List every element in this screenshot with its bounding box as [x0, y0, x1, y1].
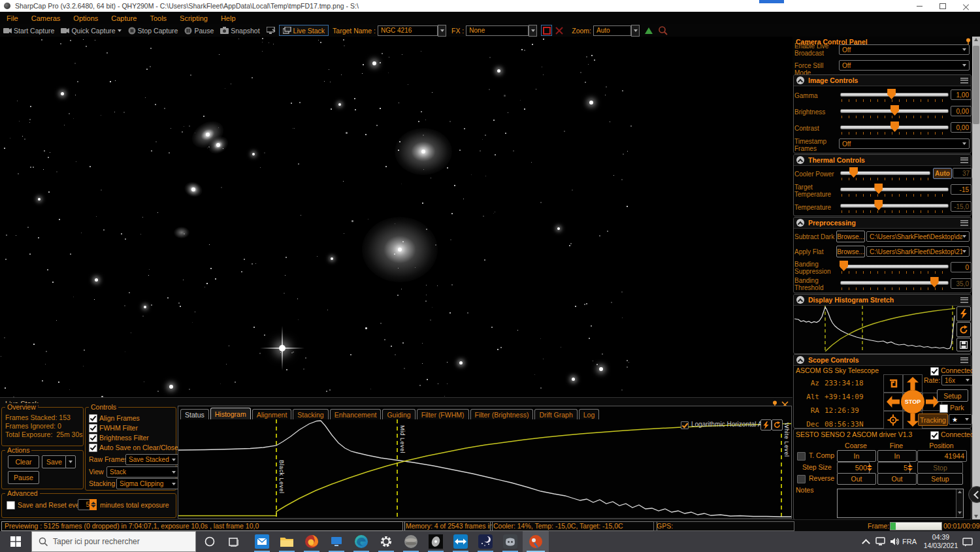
spin-up-icon[interactable]: [91, 502, 96, 504]
scope-connected-checkbox[interactable]: [930, 367, 939, 376]
scroll-down-icon[interactable]: [958, 511, 962, 514]
fwhm-filter-checkbox[interactable]: [89, 424, 97, 432]
display-settings-icon[interactable]: [328, 534, 345, 549]
settings-icon[interactable]: [378, 534, 395, 549]
tab-log[interactable]: Log: [579, 409, 600, 419]
menu-cameras[interactable]: Cameras: [25, 14, 67, 22]
image-controls-header[interactable]: Image Controls: [794, 75, 971, 86]
mail-app-icon[interactable]: [253, 534, 270, 549]
save-reset-checkbox[interactable]: [7, 501, 15, 510]
pause-button[interactable]: Pause: [181, 27, 217, 35]
auto-save-checkbox[interactable]: [89, 444, 97, 452]
reverse-checkbox[interactable]: [797, 475, 806, 483]
teamviewer-icon[interactable]: [452, 534, 469, 549]
sharpcap-taskbar-icon[interactable]: [527, 534, 544, 549]
spin-down-icon[interactable]: [907, 468, 913, 471]
contrast-value[interactable]: 0,00: [951, 122, 972, 133]
target-temperature-value[interactable]: -15: [951, 184, 972, 195]
menu-help[interactable]: Help: [214, 14, 242, 22]
log-axis-checkbox[interactable]: [681, 421, 689, 429]
cooler-power-slider[interactable]: [840, 171, 930, 175]
subtract-dark-path-select[interactable]: C:\Users\SharkFleet\Desktop\dark...: [866, 231, 970, 242]
menu-scripting[interactable]: Scripting: [173, 14, 214, 22]
raw-frames-select[interactable]: Save Stacked: [125, 454, 179, 465]
spiral-slew-button[interactable]: [883, 374, 903, 393]
spin-down-icon[interactable]: [867, 468, 872, 471]
align-frames-checkbox[interactable]: [89, 414, 97, 423]
volume-icon[interactable]: [886, 534, 903, 549]
cortana-button[interactable]: [201, 534, 218, 549]
reset-stretch-button[interactable]: [956, 322, 971, 337]
stacking-select[interactable]: Sigma Clipping: [116, 478, 179, 489]
astro-app-icon[interactable]: [427, 534, 444, 549]
selection-area-button[interactable]: [541, 25, 552, 36]
contrast-slider[interactable]: [840, 125, 949, 129]
notes-textarea[interactable]: [837, 489, 964, 518]
stretch-histogram-plot[interactable]: [794, 306, 955, 351]
fine-step-spinner[interactable]: [907, 462, 913, 474]
thermal-controls-header[interactable]: Thermal Controls: [794, 155, 971, 166]
spin-up-icon[interactable]: [867, 464, 872, 467]
file-explorer-icon[interactable]: [278, 534, 295, 549]
tracking-rate-select[interactable]: ★: [949, 414, 972, 425]
preview-image[interactable]: [0, 37, 636, 397]
live-stack-button[interactable]: Live Stack: [279, 25, 329, 36]
collapse-icon[interactable]: [796, 356, 804, 364]
panel-scrollbar[interactable]: [972, 37, 980, 519]
tab-guiding[interactable]: Guiding: [382, 409, 415, 419]
start-capture-button[interactable]: Start Capture: [0, 27, 57, 35]
save-button[interactable]: Save: [42, 455, 67, 468]
focuser-connected-checkbox[interactable]: [930, 431, 939, 440]
menu-icon[interactable]: [960, 157, 968, 163]
target-sync-button[interactable]: [883, 411, 903, 429]
brightness-filter-checkbox[interactable]: [89, 434, 97, 442]
scroll-up-icon[interactable]: [974, 38, 978, 41]
histogram-stretch-header[interactable]: Display Histogram Stretch: [794, 295, 971, 306]
scroll-down-icon[interactable]: [974, 515, 978, 518]
tab-histogram[interactable]: Histogram: [210, 408, 251, 419]
stellarium-icon[interactable]: [477, 534, 494, 549]
collapse-icon[interactable]: [796, 219, 804, 227]
notes-scrollbar[interactable]: [956, 489, 963, 517]
coarse-out-button[interactable]: Out: [837, 473, 876, 485]
fine-in-button[interactable]: In: [877, 450, 917, 462]
scroll-thumb[interactable]: [973, 46, 979, 124]
park-checkbox[interactable]: [939, 404, 948, 413]
spin-down-icon[interactable]: [91, 505, 96, 508]
magnifier-icon[interactable]: [658, 25, 668, 35]
fine-out-button[interactable]: Out: [877, 473, 917, 485]
scope-controls-header[interactable]: Scope Controls: [794, 355, 971, 366]
fine-step-value[interactable]: 5: [877, 462, 910, 474]
notification-center-button[interactable]: [959, 534, 976, 549]
minimize-button[interactable]: [909, 0, 929, 12]
task-view-button[interactable]: [225, 534, 242, 549]
scroll-up-icon[interactable]: [958, 491, 962, 493]
zoom-dropdown-button[interactable]: [631, 25, 640, 37]
fx-dropdown-button[interactable]: [529, 25, 537, 37]
tcomp-checkbox[interactable]: [797, 452, 806, 461]
menu-icon[interactable]: [960, 297, 968, 303]
start-button[interactable]: [7, 534, 24, 549]
menu-options[interactable]: Options: [67, 14, 105, 22]
edge-icon[interactable]: [353, 534, 370, 549]
cooler-power-value[interactable]: 37: [953, 168, 972, 178]
gamma-value[interactable]: 1,00: [951, 89, 972, 100]
tab-drift-graph[interactable]: Drift Graph: [534, 409, 577, 419]
tab-status[interactable]: Status: [180, 409, 209, 419]
firefox-icon[interactable]: [303, 534, 320, 549]
menu-icon[interactable]: [960, 78, 968, 84]
coarse-in-button[interactable]: In: [837, 450, 876, 462]
pause-stack-button[interactable]: Pause: [8, 471, 39, 484]
focuser-setup-button[interactable]: Setup: [917, 473, 963, 485]
clear-selection-icon[interactable]: [555, 26, 564, 35]
subtract-dark-browse-button[interactable]: Browse...: [836, 231, 865, 242]
tab-enhancement[interactable]: Enhancement: [330, 409, 382, 419]
target-name-select[interactable]: NGC 4216: [378, 25, 438, 36]
maximize-button[interactable]: [933, 0, 953, 12]
banding-suppression-value[interactable]: 0: [951, 262, 972, 272]
language-indicator[interactable]: FRA: [902, 538, 917, 545]
tab-filter-brightness[interactable]: Filter (Brightness): [470, 409, 534, 419]
discord-icon[interactable]: [502, 534, 519, 549]
cooler-auto-button[interactable]: Auto: [933, 168, 952, 179]
stop-capture-button[interactable]: Stop Capture: [125, 27, 182, 35]
